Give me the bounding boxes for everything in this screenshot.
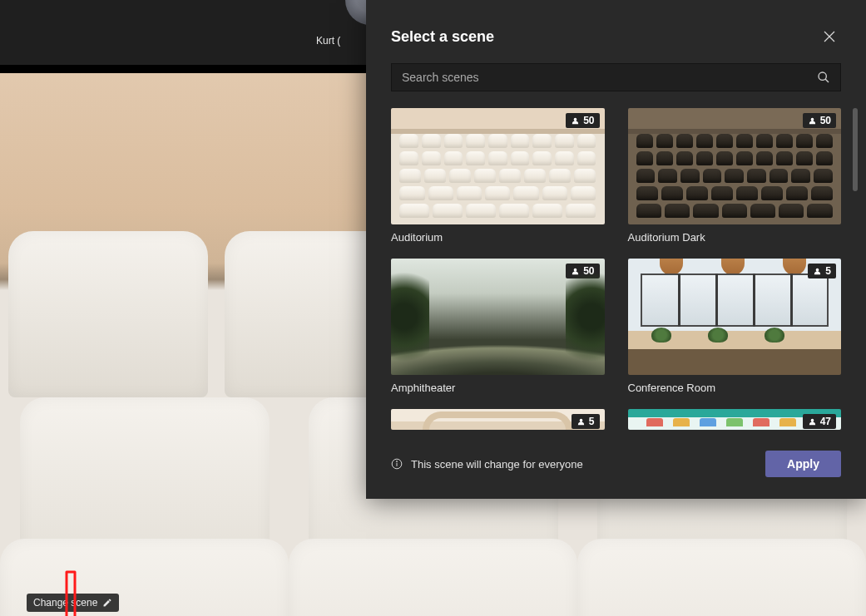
capacity-value: 50	[583, 115, 594, 126]
scrollbar[interactable]	[853, 108, 858, 434]
scene-label: Auditorium	[391, 231, 605, 244]
people-icon	[808, 417, 817, 426]
svg-point-6	[397, 461, 398, 462]
search-input[interactable]	[402, 71, 817, 84]
people-icon	[577, 417, 586, 426]
edit-icon	[102, 598, 112, 608]
scene-label: Auditorium Dark	[628, 231, 842, 244]
scene-label: Conference Room	[628, 382, 842, 394]
panel-header: Select a scene	[366, 0, 866, 63]
capacity-badge: 50	[803, 113, 836, 128]
capacity-value: 5	[589, 416, 595, 427]
apply-button[interactable]: Apply	[765, 451, 841, 477]
footer-info: This scene will change for everyone	[391, 458, 583, 471]
capacity-badge: 50	[566, 113, 599, 128]
close-icon	[823, 30, 836, 43]
capacity-badge: 5	[808, 264, 836, 278]
capacity-value: 47	[820, 416, 831, 427]
scene-card-auditorium-dark[interactable]: 50 Auditorium Dark	[628, 108, 842, 244]
change-scene-label: Change scene	[33, 597, 97, 609]
scene-thumbnail: 47	[628, 409, 842, 430]
svg-line-3	[825, 79, 829, 82]
scene-thumbnail: 50	[391, 108, 605, 224]
capacity-badge: 50	[566, 264, 599, 278]
capacity-badge: 47	[803, 414, 836, 429]
scene-card-auditorium[interactable]: 50 Auditorium	[391, 108, 605, 244]
panel-footer: This scene will change for everyone Appl…	[366, 434, 866, 499]
change-scene-button[interactable]: Change scene	[27, 594, 119, 612]
capacity-value: 50	[820, 115, 831, 126]
scene-thumbnail: 50	[628, 108, 842, 224]
search-icon	[817, 71, 830, 84]
people-icon	[571, 267, 580, 276]
scene-label: Amphitheater	[391, 382, 605, 394]
participant-name: Kurt (	[316, 35, 340, 47]
close-button[interactable]	[818, 25, 841, 48]
select-scene-panel: Select a scene 50 Auditorium	[366, 0, 866, 499]
capacity-badge: 5	[572, 414, 600, 429]
search-box[interactable]	[391, 63, 841, 91]
capacity-value: 5	[825, 265, 831, 277]
svg-point-2	[819, 72, 826, 80]
capacity-value: 50	[583, 265, 594, 277]
people-icon	[813, 267, 822, 276]
scene-card-partial-1[interactable]: 5	[391, 409, 605, 430]
scene-thumbnail: 50	[391, 259, 605, 375]
scrollbar-thumb[interactable]	[853, 108, 858, 191]
info-icon	[391, 458, 403, 470]
scene-thumbnail: 5	[628, 259, 842, 375]
scene-card-amphitheater[interactable]: 50 Amphitheater	[391, 259, 605, 394]
scene-thumbnail: 5	[391, 409, 605, 430]
panel-title: Select a scene	[391, 28, 494, 46]
scene-card-conference-room[interactable]: 5 Conference Room	[628, 259, 842, 394]
people-icon	[571, 116, 580, 126]
scene-grid: 50 Auditorium 50 Auditorium Dark	[391, 108, 841, 430]
people-icon	[808, 116, 817, 126]
footer-info-text: This scene will change for everyone	[411, 458, 583, 471]
scene-card-partial-2[interactable]: 47	[628, 409, 842, 430]
